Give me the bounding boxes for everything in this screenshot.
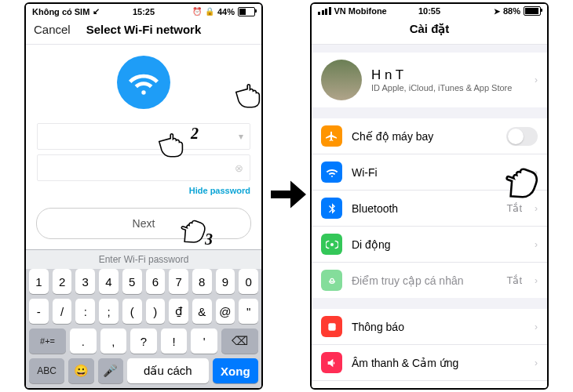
network-select-field[interactable]: ▾: [37, 123, 250, 150]
settings-scroll[interactable]: H n T ID Apple, iCloud, iTunes & App Sto…: [312, 45, 547, 388]
keyboard-key[interactable]: (: [122, 299, 142, 324]
airplane-row[interactable]: Chế độ máy bay: [312, 118, 547, 154]
keyboard-key[interactable]: 1: [29, 269, 49, 294]
keyboard-key[interactable]: ⌫: [221, 328, 258, 354]
keyboard-key[interactable]: #+=: [29, 328, 66, 354]
keyboard-key[interactable]: 9: [216, 269, 235, 294]
row-label: Di động: [352, 238, 522, 251]
keyboard-key[interactable]: ABC: [29, 358, 64, 383]
row-value: Tắt: [506, 274, 522, 286]
row-label: Wi-Fi: [352, 166, 522, 179]
keyboard-key[interactable]: .: [70, 328, 97, 354]
wifi-icon: [321, 162, 342, 183]
wifi-setup-content: ▾ ⊗ Hide password Next: [26, 45, 261, 249]
keyboard-key[interactable]: !: [161, 328, 188, 354]
keyboard-hint: Enter Wi-Fi password: [26, 250, 261, 269]
keyboard-key[interactable]: ): [146, 299, 166, 324]
sounds-icon: [321, 352, 342, 373]
keyboard-key[interactable]: -: [29, 299, 49, 324]
keyboard-key[interactable]: 5: [122, 269, 142, 294]
signal-icon: [318, 7, 331, 15]
keyboard-key[interactable]: 7: [169, 269, 188, 294]
nav-bar: Cài đặt: [312, 17, 547, 45]
profile-name: H n T: [371, 67, 522, 83]
keyboard-key[interactable]: Xong: [213, 358, 258, 383]
profile-group: H n T ID Apple, iCloud, iTunes & App Sto…: [312, 53, 547, 107]
keyboard: Enter Wi-Fi password 1234567890 -/:;()₫&…: [26, 249, 261, 388]
keyboard-key[interactable]: ': [191, 328, 217, 354]
svg-rect-0: [328, 323, 335, 330]
hotspot-icon: [321, 270, 342, 291]
airplane-icon: [321, 125, 342, 147]
nav-title: Cài đặt: [410, 22, 450, 36]
notifications-icon: [321, 316, 342, 337]
keyboard-key[interactable]: /: [53, 299, 72, 324]
keyboard-key[interactable]: ?: [130, 328, 157, 354]
keyboard-row: #+=.,?!'⌫: [26, 328, 261, 358]
profile-row[interactable]: H n T ID Apple, iCloud, iTunes & App Sto…: [312, 53, 547, 107]
keyboard-key[interactable]: ;: [99, 299, 119, 324]
row-label: Điểm truy cập cá nhân: [352, 274, 497, 287]
location-icon: ➤: [494, 7, 500, 16]
keyboard-key[interactable]: 3: [75, 269, 95, 294]
password-field[interactable]: ⊗: [37, 154, 250, 181]
connectivity-group: Chế độ máy bay Wi-Fi › Bluetooth Tắt ›: [312, 118, 547, 298]
keyboard-key[interactable]: 0: [239, 269, 258, 294]
keyboard-key[interactable]: :: [75, 299, 95, 324]
keyboard-key[interactable]: 6: [146, 269, 166, 294]
profile-subtitle: ID Apple, iCloud, iTunes & App Store: [371, 83, 522, 93]
carrier-label: Không có SIM: [32, 7, 89, 16]
dictation-key[interactable]: 🎤: [98, 358, 123, 383]
keyboard-key[interactable]: ": [239, 299, 258, 324]
clock: 15:25: [103, 7, 184, 16]
row-label: Bluetooth: [352, 202, 497, 215]
keyboard-key[interactable]: dấu cách: [127, 358, 209, 383]
cellular-row[interactable]: Di động ›: [312, 227, 547, 263]
keyboard-row: -/:;()₫&@": [26, 299, 261, 328]
keyboard-key[interactable]: &: [192, 299, 212, 324]
bluetooth-row[interactable]: Bluetooth Tắt ›: [312, 191, 547, 227]
phone-left: Không có SIM ↙ 15:25 ⏰ 🔒 44% Cancel Sele…: [24, 2, 263, 390]
alarm-icon: ⏰: [192, 7, 202, 16]
notifications-row[interactable]: Thông báo ›: [312, 309, 547, 345]
row-label: Âm thanh & Cảm ứng: [352, 357, 522, 369]
cancel-button[interactable]: Cancel: [34, 23, 71, 36]
hide-password-link[interactable]: Hide password: [37, 186, 250, 195]
chevron-right-icon: ›: [531, 321, 538, 332]
battery-icon: [238, 7, 255, 16]
keyboard-row: ABC😀🎤dấu cáchXong: [26, 358, 261, 388]
carrier-label: VN Mobifone: [334, 6, 387, 16]
wifi-row[interactable]: Wi-Fi ›: [312, 154, 547, 191]
cellular-icon: [321, 234, 342, 255]
keyboard-key[interactable]: @: [216, 299, 235, 324]
avatar: [321, 60, 362, 100]
chevron-right-icon: ›: [531, 167, 538, 178]
battery-pct: 88%: [503, 6, 520, 16]
wifi-hero-icon: [117, 56, 170, 109]
clear-icon[interactable]: ⊗: [235, 162, 243, 174]
orientation-lock-icon: 🔒: [205, 7, 214, 16]
alerts-group: Thông báo › Âm thanh & Cảm ứng › Không l…: [312, 309, 547, 388]
chevron-right-icon: ›: [531, 74, 538, 85]
keyboard-key[interactable]: 8: [192, 269, 212, 294]
emoji-key[interactable]: 😀: [68, 358, 93, 383]
clock: 10:55: [389, 6, 470, 16]
chevron-down-icon: ▾: [239, 131, 243, 142]
sounds-row[interactable]: Âm thanh & Cảm ứng ›: [312, 345, 547, 381]
hotspot-row[interactable]: Điểm truy cập cá nhân Tắt ›: [312, 263, 547, 298]
status-bar: VN Mobifone 10:55 ➤ 88%: [312, 4, 547, 17]
battery-icon: [524, 6, 541, 16]
airplane-toggle[interactable]: [506, 127, 538, 146]
keyboard-key[interactable]: 4: [99, 269, 119, 294]
chevron-right-icon: ›: [531, 358, 538, 368]
battery-pct: 44%: [217, 7, 235, 16]
chevron-right-icon: ›: [531, 203, 538, 214]
next-button[interactable]: Next: [36, 208, 251, 239]
keyboard-key[interactable]: 2: [53, 269, 72, 294]
status-bar: Không có SIM ↙ 15:25 ⏰ 🔒 44%: [26, 4, 261, 18]
keyboard-key[interactable]: ₫: [169, 299, 188, 324]
phone-right: VN Mobifone 10:55 ➤ 88% Cài đặt H: [310, 2, 549, 390]
keyboard-key[interactable]: ,: [100, 328, 127, 354]
dnd-row[interactable]: Không làm phiền ›: [312, 381, 547, 388]
chevron-right-icon: ›: [531, 275, 538, 286]
